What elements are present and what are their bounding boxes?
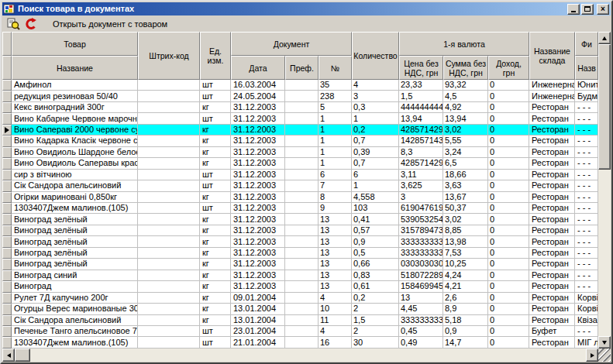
cell-name[interactable]: Печенье Танго апельсиновое 75г	[12, 326, 138, 337]
cell-income[interactable]: 0	[488, 125, 529, 136]
cell-unit[interactable]: шт	[200, 91, 231, 101]
cell-pref[interactable]	[285, 270, 319, 281]
cell-qty[interactable]: 0,2	[352, 293, 399, 304]
cell-barcode[interactable]	[138, 158, 200, 169]
cell-firm[interactable]: - - -	[575, 113, 598, 124]
row-marker[interactable]	[2, 214, 12, 225]
cell-price[interactable]: 0,45	[399, 326, 443, 337]
row-marker[interactable]	[2, 236, 12, 247]
cell-num[interactable]: 1	[319, 125, 352, 136]
cell-unit[interactable]: кг	[200, 259, 231, 270]
cell-firm[interactable]: - - -	[575, 214, 598, 225]
cell-warehouse[interactable]: Ресторан	[529, 158, 575, 169]
table-row[interactable]: Рулет 7Д капучино 200гкг09.01.200440,213…	[2, 293, 598, 304]
cell-barcode[interactable]	[138, 125, 200, 136]
cell-pref[interactable]	[285, 136, 319, 146]
cell-name[interactable]: сир з вітчиною	[12, 170, 138, 180]
cell-unit[interactable]: кг	[200, 136, 231, 146]
cell-price[interactable]: 4,45	[399, 304, 443, 314]
cell-warehouse[interactable]: Ресторан	[529, 236, 575, 247]
row-marker[interactable]	[2, 270, 12, 281]
cell-name[interactable]: Вино Кадарка Класік червоне сухе 9	[12, 136, 138, 146]
cell-barcode[interactable]	[138, 203, 200, 214]
row-marker[interactable]	[2, 203, 12, 214]
cell-num[interactable]: 9	[319, 203, 352, 214]
cell-date[interactable]: 13.01.2004	[231, 315, 285, 326]
cell-firm[interactable]: Корвін	[575, 304, 598, 314]
cell-barcode[interactable]	[138, 214, 200, 225]
cell-qty[interactable]: 0,3	[352, 102, 399, 113]
cell-num[interactable]: 4	[319, 326, 352, 337]
cell-pref[interactable]	[285, 225, 319, 236]
cell-sum[interactable]: 4,5	[443, 91, 488, 101]
cell-firm[interactable]: - - -	[575, 248, 598, 259]
cell-date[interactable]: 31.12.2003	[231, 225, 285, 236]
table-row[interactable]: Вино Кабарне Червоне марочне 10шт31.12.2…	[2, 113, 598, 124]
cell-name[interactable]: редукция резиновая 50/40	[12, 91, 138, 101]
cell-date[interactable]: 23.01.2004	[231, 326, 285, 337]
cell-pref[interactable]	[285, 192, 319, 203]
cell-firm[interactable]: - - -	[575, 158, 598, 169]
cell-pref[interactable]	[285, 147, 319, 158]
cell-unit[interactable]: шт	[200, 337, 231, 348]
cell-sum[interactable]: 3,02	[443, 125, 488, 136]
cell-firm[interactable]: - - -	[575, 170, 598, 180]
horizontal-scroll-track[interactable]	[30, 349, 586, 362]
cell-income[interactable]: 0	[488, 304, 529, 314]
cell-date[interactable]: 31.12.2003	[231, 180, 285, 191]
cell-name[interactable]: Рулет 7Д капучино 200г	[12, 293, 138, 304]
table-row[interactable]: редукция резиновая 50/40шт24.05.20042383…	[2, 91, 598, 101]
cell-income[interactable]: 0	[488, 326, 529, 337]
cell-sum[interactable]: 18,66	[443, 170, 488, 180]
cell-qty[interactable]: 0,57	[352, 225, 399, 236]
row-marker[interactable]	[2, 113, 12, 124]
cell-qty[interactable]: 2	[352, 326, 399, 337]
cell-firm[interactable]: Корвін	[575, 293, 598, 304]
cell-warehouse[interactable]: Ресторан	[529, 203, 575, 214]
cell-income[interactable]: 0	[488, 293, 529, 304]
cell-date[interactable]: 31.12.2003	[231, 125, 285, 136]
cell-num[interactable]: 13	[319, 281, 352, 292]
cell-sum[interactable]: 0,9	[443, 326, 488, 337]
cell-num[interactable]: 1	[319, 147, 352, 158]
cell-name[interactable]: Огірки мариновані 0,850кг	[12, 192, 138, 203]
row-marker[interactable]	[2, 281, 12, 292]
cell-warehouse[interactable]: Ресторан	[529, 125, 575, 136]
table-row[interactable]: сир з вітчиноюшт31.12.2003663,1118,660Ре…	[2, 170, 598, 180]
cell-qty[interactable]: 1	[352, 180, 399, 191]
cell-qty[interactable]: 0,2	[352, 125, 399, 136]
cell-name[interactable]: Виноград зелёный	[12, 259, 138, 270]
cell-pref[interactable]	[285, 315, 319, 326]
cell-sum[interactable]: 10,25	[443, 259, 488, 270]
cell-pref[interactable]	[285, 326, 319, 337]
cell-barcode[interactable]	[138, 270, 200, 281]
scroll-up-button[interactable]	[598, 32, 611, 44]
row-marker[interactable]	[2, 170, 12, 180]
cell-firm[interactable]: - - -	[575, 136, 598, 146]
cell-price[interactable]: 5180722892	[399, 270, 443, 281]
cell-date[interactable]: 31.12.2003	[231, 102, 285, 113]
cell-pref[interactable]	[285, 102, 319, 113]
table-row[interactable]: Вино Овидиоль Шардоне белое 0,7кг31.12.2…	[2, 147, 598, 158]
cell-date[interactable]: 31.12.2003	[231, 113, 285, 124]
table-row[interactable]: Виноград зелёныйкг31.12.2003130,41539053…	[2, 214, 598, 225]
row-marker[interactable]	[2, 326, 12, 337]
cell-date[interactable]: 31.12.2003	[231, 248, 285, 259]
cell-qty[interactable]: 0,7	[352, 136, 399, 146]
cell-barcode[interactable]	[138, 315, 200, 326]
cell-date[interactable]: 16.03.2004	[231, 80, 285, 91]
cell-name[interactable]: Вино Сапераві 2000 червоне сухе 1	[12, 125, 138, 136]
row-marker[interactable]	[2, 315, 12, 326]
cell-income[interactable]: 0	[488, 248, 529, 259]
cell-unit[interactable]: кг	[200, 192, 231, 203]
cell-qty[interactable]: 1,5	[352, 315, 399, 326]
cell-num[interactable]: 1	[319, 136, 352, 146]
cell-num[interactable]: 11	[319, 315, 352, 326]
cell-sum[interactable]: 8,9	[443, 304, 488, 314]
cell-barcode[interactable]	[138, 136, 200, 146]
cell-qty[interactable]: 0,83	[352, 270, 399, 281]
cell-unit[interactable]: кг	[200, 225, 231, 236]
cell-warehouse[interactable]: Ресторан	[529, 136, 575, 146]
cell-barcode[interactable]	[138, 147, 200, 158]
cell-pref[interactable]	[285, 236, 319, 247]
